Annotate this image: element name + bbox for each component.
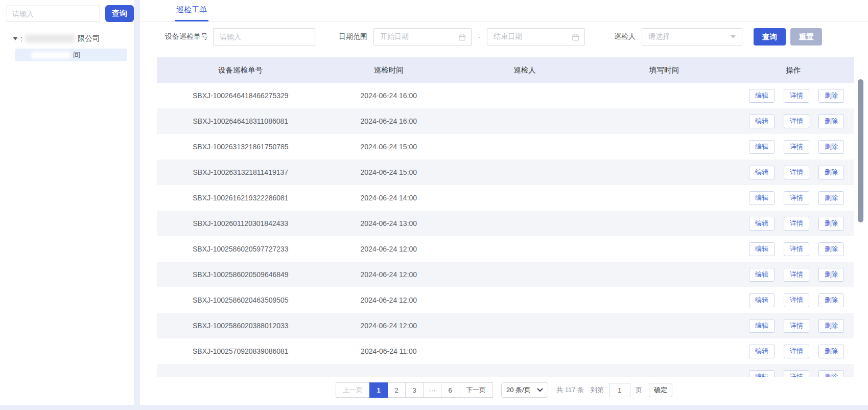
page-button-3[interactable]: 3	[405, 382, 424, 398]
detail-button[interactable]: 详情	[784, 242, 809, 256]
prev-page-button[interactable]: 上一页	[336, 382, 370, 398]
table-row: SBXJ-1002631321861750785 2024-06-24 15:0…	[157, 134, 854, 160]
edit-button[interactable]: 编辑	[749, 166, 775, 179]
delete-button[interactable]: 删除	[818, 319, 844, 333]
detail-button[interactable]: 详情	[784, 140, 809, 154]
edit-button[interactable]: 编辑	[749, 217, 775, 231]
table-row: SBXJ-1002586020509646849 2024-06-24 12:0…	[157, 262, 854, 287]
tree-root-prefix: :	[20, 35, 22, 43]
delete-button[interactable]: 删除	[818, 115, 844, 128]
sidebar: 查询 : 限公司 间	[0, 0, 134, 405]
tab-inspection-orders[interactable]: 巡检工单	[175, 0, 208, 21]
table-row: SBXJ-1002601120301842433 2024-06-24 13:0…	[157, 211, 854, 236]
sidebar-search-input[interactable]	[7, 6, 100, 21]
cell-actions: 编辑 详情 删除	[732, 191, 854, 205]
cell-inspect-time: 2024-06-24 12:00	[324, 245, 454, 253]
detail-button[interactable]: 详情	[784, 217, 809, 231]
detail-button[interactable]: 详情	[784, 319, 809, 333]
page-button-1[interactable]: 1	[369, 382, 388, 398]
cell-inspect-time: 2024-06-24 13:00	[324, 219, 454, 227]
vertical-scrollbar-thumb[interactable]	[858, 79, 863, 222]
order-no-label: 设备巡检单号	[165, 32, 208, 41]
delete-button[interactable]: 删除	[818, 345, 844, 358]
edit-button[interactable]: 编辑	[749, 319, 775, 333]
table-row: SBXJ-1002570920839086081 2024-06-24 11:0…	[157, 338, 854, 364]
detail-button[interactable]: 详情	[784, 89, 809, 103]
tree-caret-down-icon[interactable]	[13, 37, 18, 40]
col-header-inspector: 巡检人	[453, 65, 596, 75]
cell-order-no: SBXJ-1002646418311086081	[157, 117, 324, 125]
page-list: 123···6	[370, 382, 459, 398]
col-header-order-no: 设备巡检单号	[157, 65, 324, 75]
delete-button[interactable]: 删除	[818, 140, 844, 154]
delete-button[interactable]: 删除	[818, 268, 844, 282]
sidebar-search-button[interactable]: 查询	[105, 5, 134, 22]
cell-order-no: SBXJ-1002616219322286081	[157, 194, 324, 202]
table-row: SBXJ-1002631321811419137 2024-06-24 15:0…	[157, 160, 854, 185]
next-page-button[interactable]: 下一页	[459, 382, 493, 398]
detail-button[interactable]: 详情	[784, 345, 809, 358]
inspector-label: 巡检人	[614, 32, 636, 41]
detail-button[interactable]: 详情	[784, 268, 809, 282]
cell-actions: 编辑 详情 删除	[732, 166, 854, 179]
detail-button[interactable]: 详情	[784, 370, 809, 377]
cell-order-no: SBXJ-1002601120301842433	[157, 219, 324, 227]
delete-button[interactable]: 删除	[818, 191, 844, 205]
jump-page-input[interactable]	[609, 383, 630, 397]
table-row: SBXJ-1002586020388012033 2024-06-24 12:0…	[157, 313, 854, 338]
sidebar-search-row: 查询	[7, 5, 134, 22]
detail-button[interactable]: 详情	[784, 166, 809, 179]
edit-button[interactable]: 编辑	[749, 115, 775, 128]
end-date-input[interactable]: 结束日期	[487, 28, 585, 45]
edit-button[interactable]: 编辑	[749, 370, 775, 377]
delete-button[interactable]: 删除	[818, 293, 844, 307]
delete-button[interactable]: 删除	[818, 217, 844, 231]
total-count-text: 共 117 条	[556, 385, 584, 395]
start-date-input[interactable]: 开始日期	[373, 28, 472, 45]
date-range-label: 日期范围	[339, 32, 367, 41]
cell-actions: 编辑 详情 删除	[732, 319, 854, 333]
detail-button[interactable]: 详情	[784, 115, 809, 128]
date-range-separator: -	[472, 33, 487, 41]
edit-button[interactable]: 编辑	[749, 242, 775, 256]
detail-button[interactable]: 详情	[784, 293, 809, 307]
tree-root-label: 限公司	[78, 34, 100, 43]
cell-actions: 编辑 详情 删除	[732, 293, 854, 307]
detail-button[interactable]: 详情	[784, 191, 809, 205]
page-button-6[interactable]: 6	[441, 382, 459, 398]
table-row: SBXJ-1002586020463509505 2024-06-24 12:0…	[157, 287, 854, 313]
query-button[interactable]: 查询	[754, 28, 786, 45]
table-row: SBXJ-1002646418311086081 2024-06-24 16:0…	[157, 108, 854, 134]
jump-confirm-button[interactable]: 确定	[649, 383, 672, 397]
inspector-select[interactable]: 请选择	[642, 28, 742, 45]
delete-button[interactable]: 删除	[818, 89, 844, 103]
page-button-2[interactable]: 2	[387, 382, 406, 398]
app-root: 查询 : 限公司 间 巡检工单 设备巡检单号 日期范围 开始日期	[0, 0, 868, 405]
cell-inspect-time: 2024-06-24 12:00	[324, 270, 454, 279]
edit-button[interactable]: 编辑	[749, 140, 775, 154]
cell-inspect-time: 2024-06-24 12:00	[324, 322, 454, 330]
cell-actions: 编辑 详情 删除	[732, 242, 854, 256]
cell-actions: 编辑 详情 删除	[732, 345, 854, 358]
delete-button[interactable]: 删除	[818, 242, 844, 256]
table-row: SBXJ-1002616219322286081 2024-06-24 14:0…	[157, 185, 854, 211]
order-no-input[interactable]	[213, 28, 315, 45]
edit-button[interactable]: 编辑	[749, 191, 775, 205]
tree-child-node-selected[interactable]: 间	[15, 49, 127, 61]
page-size-select[interactable]: 20 条/页	[501, 382, 548, 398]
page-ellipsis[interactable]: ···	[423, 382, 441, 398]
edit-button[interactable]: 编辑	[749, 345, 775, 358]
cell-order-no: SBXJ-1002586020463509505	[157, 296, 324, 304]
cell-actions: 编辑 详情 删除	[732, 268, 854, 282]
panel-divider	[134, 0, 140, 405]
edit-button[interactable]: 编辑	[749, 293, 775, 307]
table-header: 设备巡检单号 巡检时间 巡检人 填写时间 操作	[157, 57, 854, 83]
cell-order-no: SBXJ-1002646418466275329	[157, 92, 324, 100]
reset-button[interactable]: 重置	[790, 28, 822, 45]
edit-button[interactable]: 编辑	[749, 268, 775, 282]
delete-button[interactable]: 删除	[818, 166, 844, 179]
edit-button[interactable]: 编辑	[749, 89, 775, 103]
page-size-value: 20 条/页	[506, 385, 531, 395]
delete-button[interactable]: 删除	[818, 370, 844, 377]
tree-root-node[interactable]: : 限公司	[13, 34, 134, 43]
